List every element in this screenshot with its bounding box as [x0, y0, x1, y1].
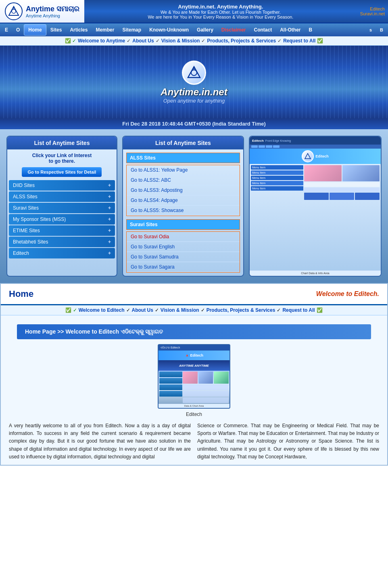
suravi-links: Go to Suravi Odia Go to Suravi English G… [126, 231, 240, 273]
sites-left-subtitle: Click your Link of Interestto go there. [7, 149, 117, 167]
alss-links: Go to ALSS1: Yellow Page Go to ALSS2: AB… [126, 165, 240, 216]
alss-header: ALSS Sites [126, 153, 240, 163]
suravi-link[interactable]: Suravi.in.net [360, 11, 385, 16]
sites-section: List of Anytime Sites Click your Link of… [0, 129, 388, 283]
logo-subtitle: Anytime Anything [26, 13, 79, 18]
home-title: Home [9, 289, 33, 299]
alss4-link[interactable]: Go to ALSS4: Adpage [127, 195, 240, 206]
nav-b2[interactable]: B [376, 25, 387, 35]
alss2-link[interactable]: Go to ALSS2: ABC [127, 175, 240, 185]
sites-left-list: DIID Sites+ ALSS Sites+ Suravi Sites+ My… [7, 180, 117, 258]
hero-icon [182, 61, 206, 85]
sites-left-title: List of Anytime Sites [7, 136, 117, 149]
hbc-vision[interactable]: Vision & Mission [161, 307, 199, 313]
list-item-mss[interactable]: My Sponsor Sites (MSS)+ [9, 214, 115, 225]
editech-preview-img: ଏଡିଟେକ Editech 🔺 Editech ANYTIME ANYTIME [158, 344, 230, 409]
hbc-request[interactable]: Request to All [282, 307, 315, 313]
hero-section: Anytime.in.net Open anytime for anything [0, 46, 388, 118]
timestamp-bar: Fri Dec 28 2018 10:48:44 GMT+0530 (India… [0, 118, 388, 129]
preview-mockup: ଏଡିଟେକ Editech 🔺 Editech ANYTIME ANYTIME [159, 345, 229, 408]
svg-point-1 [12, 9, 16, 13]
editech-link[interactable]: Editech [370, 6, 385, 11]
list-item-alss[interactable]: ALSS Sites+ [9, 191, 115, 202]
suravi-sagara-link[interactable]: Go to Suravi Sagara [127, 262, 240, 272]
hbc-about[interactable]: About Us [132, 307, 153, 313]
tagline2: We & You are Made for Each Other. Let us… [161, 10, 281, 15]
hero-tagline: Open anytime for anything [161, 98, 227, 104]
nav-gallery[interactable]: Gallery [193, 25, 217, 35]
alss5-link[interactable]: Go to ALSS5: Showcase [127, 206, 240, 216]
svg-marker-6 [305, 153, 311, 159]
home-section: Home Welcome to Editech. ✅ ✓ Welcome to … [0, 283, 388, 466]
nav-all-other[interactable]: All-Other [276, 25, 305, 35]
list-item-editech[interactable]: Editech+ [9, 248, 115, 258]
alss3-link[interactable]: Go to ALSS3: Adposting [127, 185, 240, 195]
editech-preview: ଏଡିଟେକ Editech 🔺 Editech ANYTIME ANYTIME [9, 344, 379, 417]
nav-home[interactable]: Home [24, 24, 46, 36]
svg-point-4 [191, 70, 197, 76]
content-area: Home Page >> Welcome to Editech ଏଡିଟେକ୍କ… [1, 315, 387, 465]
bc-request[interactable]: Request to All [283, 38, 315, 44]
screenshot-preview: Editech Front Edge Knowing Editech [250, 136, 381, 276]
sites-middle-panel: List of Anytime Sites ALSS Sites Go to A… [122, 136, 244, 277]
nav-disclaimer[interactable]: Disclaimer [217, 25, 250, 35]
preview-body [159, 371, 229, 404]
nav-bar: E O Home Sites Articles Member Sitemap K… [0, 23, 388, 36]
sites-right-panel: Editech Front Edge Knowing Editech [249, 136, 382, 277]
header-links: Editech Suravi.in.net [357, 0, 388, 23]
list-item-suravi[interactable]: Suravi Sites+ [9, 203, 115, 213]
bc-about[interactable]: About Us [132, 38, 154, 44]
logo-area: Anytime ସମାଚାର Anytime Anything [0, 0, 84, 23]
hbc-welcome[interactable]: Welcome to Editech [79, 307, 125, 313]
preview-caption: Editech [9, 412, 379, 417]
text-columns: A very heartily welcome to all of you fr… [9, 422, 379, 461]
suravi-samudra-link[interactable]: Go to Suravi Samudra [127, 252, 240, 262]
preview-header: ଏଡିଟେକ Editech [159, 345, 229, 351]
logo-title: Anytime ସମାଚାର [26, 5, 79, 13]
nav-b[interactable]: B [305, 25, 317, 35]
suravi-header: Suravi Sites [126, 219, 240, 230]
tagline3: We are here for You in Your Every Reason… [148, 15, 293, 19]
nav-known-unknown[interactable]: Known-Unknown [145, 25, 193, 35]
bc-vision[interactable]: Vision & Mission [161, 38, 200, 44]
hero-logo: Anytime.in.net Open anytime for anything [161, 61, 227, 104]
hero-site-name: Anytime.in.net [161, 86, 227, 98]
breadcrumb-bar: ✅ ✓ Welcome to Anytime ✓ About Us ✓ Visi… [0, 36, 388, 46]
page-breadcrumb: Home Page >> Welcome to Editech ଏଡିଟେକ୍କ… [17, 324, 371, 339]
list-item-etime[interactable]: ETIME Sites+ [9, 225, 115, 236]
sites-detail-btn[interactable]: Go to Respective Sites for Detail [22, 167, 102, 177]
bc-check2: ✅ [317, 38, 323, 44]
sites-middle-title: List of Anytime Sites [123, 136, 243, 149]
site-header: Anytime ସମାଚାର Anytime Anything Anytime.… [0, 0, 388, 23]
home-welcome: Welcome to Editech. [316, 290, 379, 298]
list-item-diid[interactable]: DIID Sites+ [9, 180, 115, 191]
sites-left-panel: List of Anytime Sites Click your Link of… [6, 136, 117, 277]
screenshot-mockup: Editech Front Edge Knowing Editech [250, 136, 381, 276]
timestamp-text: Fri Dec 28 2018 10:48:44 GMT+0530 (India… [122, 121, 266, 127]
suravi-odia-link[interactable]: Go to Suravi Odia [127, 232, 240, 242]
nav-contact[interactable]: Contact [250, 25, 276, 35]
home-breadcrumb: ✅ ✓ Welcome to Editech ✓ About Us ✓ Visi… [1, 305, 387, 315]
text-right: Science or Commerce. That may be Enginee… [197, 422, 379, 461]
nav-articles[interactable]: Articles [66, 25, 92, 35]
nav-sites[interactable]: Sites [46, 25, 66, 35]
alss1-link[interactable]: Go to ALSS1: Yellow Page [127, 165, 240, 175]
home-header: Home Welcome to Editech. [1, 284, 387, 305]
hbc-products[interactable]: Products, Projects & Services [207, 307, 275, 313]
nav-o[interactable]: O [12, 25, 24, 35]
bc-welcome[interactable]: Welcome to Anytime [78, 38, 125, 44]
logo-icon [5, 2, 23, 20]
list-item-bhetabheti[interactable]: Bhetabheti Sites+ [9, 237, 115, 247]
text-left: A very heartily welcome to all of you fr… [9, 422, 191, 461]
bc-products[interactable]: Products, Projects & Services [207, 38, 276, 44]
nav-member[interactable]: Member [92, 25, 118, 35]
nav-e[interactable]: E [1, 25, 12, 35]
nav-sitemap[interactable]: Sitemap [118, 25, 145, 35]
nav-s[interactable]: s [365, 25, 376, 35]
tagline1: Anytime.in.net. Anytime Anything. [178, 4, 263, 10]
preview-logo: 🔺 Editech [159, 351, 229, 360]
suravi-english-link[interactable]: Go to Suravi English [127, 242, 240, 252]
bc-check1: ✅ ✓ [65, 38, 76, 44]
header-taglines: Anytime.in.net. Anytime Anything. We & Y… [84, 0, 357, 23]
